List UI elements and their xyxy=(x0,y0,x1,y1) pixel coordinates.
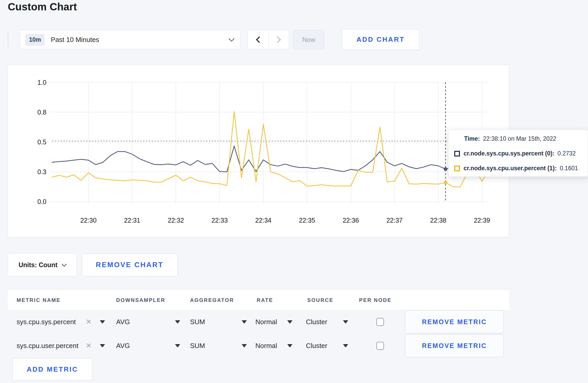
source-caret-icon[interactable] xyxy=(343,310,348,334)
source-select[interactable]: Cluster xyxy=(306,334,327,358)
aggregator-select[interactable]: SUM xyxy=(190,334,205,358)
per-node-checkbox[interactable] xyxy=(376,318,384,326)
svg-text:0.3: 0.3 xyxy=(37,168,46,175)
chart-card: 0.00.30.50.81.022:3022:3122:3222:3322:34… xyxy=(8,65,509,237)
svg-text:22:35: 22:35 xyxy=(299,217,315,224)
rate-caret-icon[interactable] xyxy=(287,334,292,358)
tooltip-series-label: cr.node.sys.cpu.user.percent (1): xyxy=(464,165,557,172)
svg-text:22:37: 22:37 xyxy=(386,217,403,224)
page-title: Custom Chart xyxy=(8,1,77,13)
metric-name-caret-icon[interactable] xyxy=(100,334,105,358)
time-next-button[interactable] xyxy=(268,30,289,49)
per-node-cell xyxy=(376,310,384,334)
clear-metric-icon[interactable]: ✕ xyxy=(83,334,94,358)
clear-metric-icon[interactable]: ✕ xyxy=(83,310,94,334)
col-header-rate: RATE xyxy=(257,297,273,303)
rate-select[interactable]: Normal xyxy=(255,310,277,334)
chart-plot[interactable]: 0.00.30.50.81.022:3022:3122:3222:3322:34… xyxy=(8,65,509,237)
toolbar-divider xyxy=(8,32,8,47)
per-node-checkbox[interactable] xyxy=(376,342,384,350)
add-chart-button[interactable]: ADD CHART xyxy=(342,29,419,50)
downsampler-caret-icon[interactable] xyxy=(175,310,180,334)
metric-row: sys.cpu.user.percent ✕ AVG SUM Normal Cl… xyxy=(8,334,509,358)
chevron-down-icon xyxy=(229,36,235,42)
tooltip-series-row: cr.node.sys.cpu.sys.percent (0): 0.2732 xyxy=(454,150,583,157)
rate-select[interactable]: Normal xyxy=(255,334,277,358)
time-nav-group xyxy=(248,30,289,49)
tooltip-time-row: Time: 22:38:10 on Mar 15th, 2022 xyxy=(464,135,583,142)
metric-name-caret-icon[interactable] xyxy=(100,310,105,334)
source-select[interactable]: Cluster xyxy=(306,310,327,334)
remove-metric-button[interactable]: REMOVE METRIC xyxy=(405,334,504,357)
svg-text:22:36: 22:36 xyxy=(343,217,359,224)
aggregator-caret-icon[interactable] xyxy=(242,310,247,334)
svg-text:0.0: 0.0 xyxy=(37,198,46,205)
units-select[interactable]: Units: Count xyxy=(8,253,77,276)
svg-text:22:34: 22:34 xyxy=(255,217,271,224)
tooltip-series-value: 0.2732 xyxy=(557,150,576,157)
add-metric-button[interactable]: ADD METRIC xyxy=(12,358,92,380)
downsampler-select[interactable]: AVG xyxy=(116,310,130,334)
per-node-cell xyxy=(376,334,384,358)
col-header-aggregator: AGGREGATOR xyxy=(190,297,234,303)
now-button[interactable]: Now xyxy=(293,30,324,49)
col-header-metric-name: METRIC NAME xyxy=(17,297,61,303)
aggregator-caret-icon[interactable] xyxy=(242,334,247,358)
col-header-downsampler: DOWNSAMPLER xyxy=(116,297,165,303)
chevron-right-icon xyxy=(274,36,281,43)
svg-text:0.5: 0.5 xyxy=(37,138,46,146)
chevron-down-icon xyxy=(62,262,67,266)
tooltip-series-value: 0.1601 xyxy=(560,165,578,172)
svg-text:22:38: 22:38 xyxy=(430,217,446,224)
downsampler-select[interactable]: AVG xyxy=(116,334,130,358)
time-range-badge: 10m xyxy=(25,34,45,46)
chevron-left-icon xyxy=(256,36,262,43)
metric-name-select[interactable]: sys.cpu.user.percent xyxy=(17,334,78,358)
svg-text:22:31: 22:31 xyxy=(124,217,140,224)
tooltip-time-value: 22:38:10 on Mar 15th, 2022 xyxy=(483,135,556,142)
units-label: Units: Count xyxy=(19,261,58,269)
svg-text:22:33: 22:33 xyxy=(212,217,228,224)
chart-tooltip: Time: 22:38:10 on Mar 15th, 2022 cr.node… xyxy=(448,130,588,177)
svg-text:22:32: 22:32 xyxy=(168,217,184,224)
remove-chart-button[interactable]: REMOVE CHART xyxy=(82,253,178,276)
col-header-per-node: PER NODE xyxy=(359,297,391,303)
source-caret-icon[interactable] xyxy=(343,334,348,358)
tooltip-series-label: cr.node.sys.cpu.sys.percent (0): xyxy=(464,150,554,157)
tooltip-time-label: Time: xyxy=(464,135,480,142)
downsampler-caret-icon[interactable] xyxy=(175,334,180,358)
time-range-select[interactable]: 10m Past 10 Minutes xyxy=(20,30,241,49)
series-sys-swatch-icon xyxy=(454,151,460,157)
svg-text:1.0: 1.0 xyxy=(37,79,46,86)
metric-row: sys.cpu.sys.percent ✕ AVG SUM Normal Clu… xyxy=(8,310,509,334)
svg-text:0.8: 0.8 xyxy=(37,109,46,116)
time-range-label: Past 10 Minutes xyxy=(51,36,229,44)
svg-text:22:30: 22:30 xyxy=(80,217,97,224)
metric-name-select[interactable]: sys.cpu.sys.percent xyxy=(17,310,76,334)
col-header-source: SOURCE xyxy=(307,297,333,303)
tooltip-series-row: cr.node.sys.cpu.user.percent (1): 0.1601 xyxy=(454,165,583,172)
time-prev-button[interactable] xyxy=(248,30,268,49)
series-user-swatch-icon xyxy=(454,166,460,171)
remove-metric-button[interactable]: REMOVE METRIC xyxy=(405,310,504,333)
aggregator-select[interactable]: SUM xyxy=(190,310,205,334)
rate-caret-icon[interactable] xyxy=(287,310,292,334)
svg-text:22:39: 22:39 xyxy=(474,217,490,224)
